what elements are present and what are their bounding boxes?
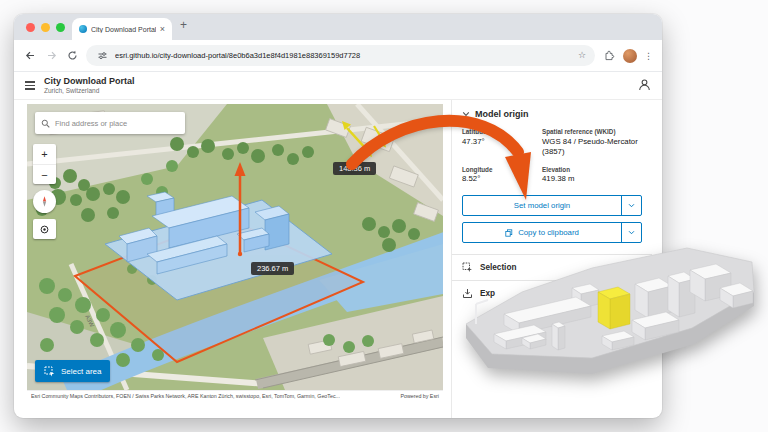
width-measurement-badge: 236.67 m (251, 262, 294, 275)
map-search-box[interactable] (35, 112, 185, 134)
tab-close-icon[interactable]: × (160, 25, 165, 34)
select-area-label: Select area (61, 367, 101, 376)
account-icon[interactable] (638, 77, 651, 95)
browser-tab[interactable]: City Download Portal × (72, 18, 172, 40)
forward-icon[interactable] (44, 49, 58, 63)
page-subtitle: Zurich, Switzerland (44, 87, 135, 95)
browser-toolbar: esri.github.io/city-download-portal/8e0b… (14, 40, 662, 72)
map-navigation-tools: + − (33, 144, 56, 239)
height-measurement-badge: 148.36 m (333, 162, 376, 175)
zoom-in-button[interactable]: + (33, 144, 56, 164)
close-window-button[interactable] (26, 23, 35, 32)
field-spatial-reference: Spatial reference (WKID) WGS 84 / Pseudo… (542, 128, 642, 157)
back-icon[interactable] (23, 49, 37, 63)
tab-strip: City Download Portal × + (14, 14, 662, 40)
field-longitude: Longitude 8.52° (462, 166, 534, 185)
page-title: City Download Portal (44, 76, 135, 87)
set-origin-dropdown-chevron-icon[interactable] (621, 196, 641, 215)
map-attribution: Esri Community Maps Contributors, FOEN /… (27, 390, 443, 401)
map-3d-scene[interactable]: A3W (27, 104, 443, 390)
search-icon (41, 119, 50, 128)
field-elevation: Elevation 419.38 m (542, 166, 642, 185)
model-origin-fields: Latitude 47.37° Spatial reference (WKID)… (462, 128, 642, 184)
page: City Download Portal × + esri.github.io/… (0, 0, 768, 432)
export-icon (462, 288, 473, 299)
copy-icon (505, 229, 513, 237)
menu-hamburger-icon[interactable] (25, 81, 35, 89)
fullscreen-window-button[interactable] (56, 23, 65, 32)
model-origin-header[interactable]: Model origin (462, 109, 642, 119)
minimize-window-button[interactable] (41, 23, 50, 32)
set-model-origin-button[interactable]: Set model origin (462, 195, 642, 216)
address-bar[interactable]: esri.github.io/city-download-portal/8e0b… (86, 45, 595, 66)
profile-avatar[interactable] (623, 49, 637, 63)
locate-icon (39, 224, 50, 235)
copy-to-clipboard-button[interactable]: Copy to clipboard (462, 222, 642, 243)
new-tab-button[interactable]: + (180, 18, 187, 32)
side-panel: Model origin Latitude 47.37° Spatial ref… (451, 100, 652, 418)
locate-button[interactable] (33, 219, 56, 239)
powered-by-esri: Powered by Esri (400, 393, 439, 399)
map-view[interactable]: A3W (27, 104, 443, 390)
extensions-puzzle-icon[interactable] (602, 49, 616, 63)
site-settings-icon[interactable] (95, 49, 109, 63)
copy-dropdown-chevron-icon[interactable] (621, 223, 641, 242)
bookmark-star-icon[interactable]: ☆ (578, 51, 586, 60)
select-area-button[interactable]: Select area (35, 360, 110, 382)
section-export[interactable]: Exp (462, 281, 642, 306)
url-text: esri.github.io/city-download-portal/8e0b… (115, 51, 572, 60)
tab-title: City Download Portal (91, 26, 156, 33)
attribution-text: Esri Community Maps Contributors, FOEN /… (31, 393, 394, 399)
search-input[interactable] (55, 119, 179, 128)
app-header: City Download Portal Zurich, Switzerland (14, 72, 662, 100)
chevron-down-icon (462, 110, 470, 118)
section-selection[interactable]: Selection (462, 255, 642, 280)
compass-button[interactable] (33, 190, 56, 213)
browser-window: City Download Portal × + esri.github.io/… (14, 14, 662, 418)
selection-tool-icon (462, 262, 473, 273)
reload-icon[interactable] (65, 49, 79, 63)
model-origin-title: Model origin (475, 109, 529, 119)
zoom-out-button[interactable]: − (33, 164, 56, 184)
tab-favicon-icon (79, 25, 87, 33)
compass-needle-icon (37, 194, 52, 209)
browser-menu-icon[interactable]: ⋮ (644, 51, 653, 61)
field-latitude: Latitude 47.37° (462, 128, 534, 157)
select-area-icon (44, 366, 55, 377)
